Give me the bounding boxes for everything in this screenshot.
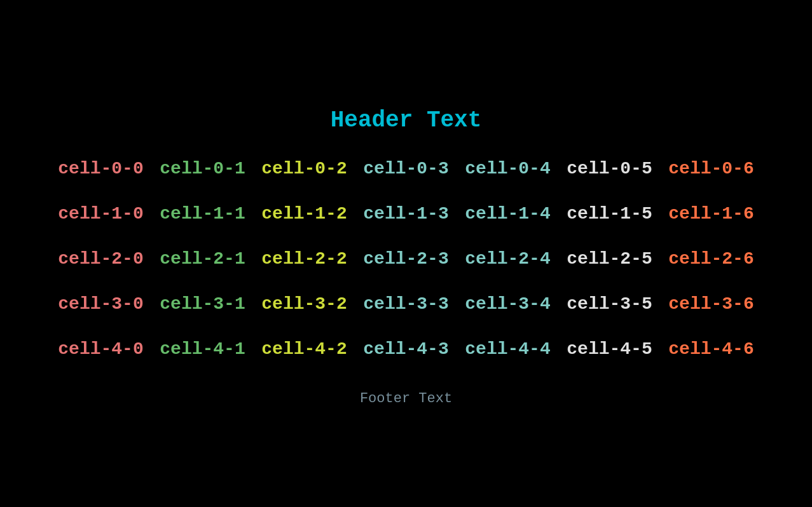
grid-cell-0-4: cell-0-4 [465,159,550,179]
grid-cell-4-2: cell-4-2 [261,339,347,359]
grid-cell-3-5: cell-3-5 [567,294,652,314]
grid-cell-0-2: cell-0-2 [261,159,347,179]
grid-cell-3-0: cell-3-0 [58,294,143,314]
grid-cell-1-2: cell-1-2 [261,204,347,224]
grid-cell-0-3: cell-0-3 [363,159,448,179]
grid-cell-0-1: cell-0-1 [160,159,245,179]
grid-cell-1-5: cell-1-5 [567,204,652,224]
grid-cell-0-6: cell-0-6 [668,159,754,179]
page-header: Header Text [331,107,482,133]
grid-cell-2-3: cell-2-3 [363,249,448,269]
grid-cell-1-6: cell-1-6 [668,204,754,224]
grid-cell-4-0: cell-4-0 [58,339,143,359]
grid-cell-1-3: cell-1-3 [363,204,448,224]
grid-cell-0-0: cell-0-0 [58,159,143,179]
grid-cell-2-1: cell-2-1 [160,249,245,269]
grid-cell-3-2: cell-3-2 [261,294,347,314]
grid-cell-3-3: cell-3-3 [363,294,448,314]
grid-cell-2-5: cell-2-5 [567,249,652,269]
grid-cell-2-2: cell-2-2 [261,249,347,269]
grid-cell-4-5: cell-4-5 [567,339,652,359]
grid-cell-1-4: cell-1-4 [465,204,550,224]
grid-cell-2-6: cell-2-6 [668,249,754,269]
grid-cell-3-6: cell-3-6 [668,294,754,314]
data-grid: cell-0-0cell-0-1cell-0-2cell-0-3cell-0-4… [50,159,762,359]
grid-cell-1-1: cell-1-1 [160,204,245,224]
grid-cell-2-0: cell-2-0 [58,249,143,269]
grid-cell-4-1: cell-4-1 [160,339,245,359]
grid-cell-0-5: cell-0-5 [567,159,652,179]
grid-cell-3-4: cell-3-4 [465,294,550,314]
grid-cell-1-0: cell-1-0 [58,204,143,224]
grid-cell-4-6: cell-4-6 [668,339,754,359]
grid-cell-2-4: cell-2-4 [465,249,550,269]
grid-cell-4-3: cell-4-3 [363,339,448,359]
grid-cell-3-1: cell-3-1 [160,294,245,314]
grid-cell-4-4: cell-4-4 [465,339,550,359]
page-footer: Footer Text [360,391,452,407]
